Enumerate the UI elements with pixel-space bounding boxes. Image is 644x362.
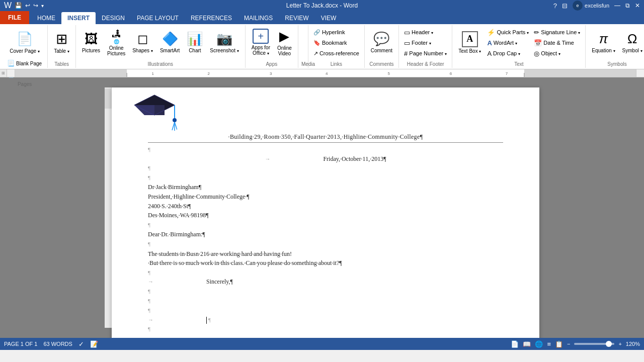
- quick-parts-button[interactable]: ⚡ Quick Parts ▾: [485, 27, 531, 37]
- ribbon-group-tables: ⊞ Table ▾ Tables: [48, 25, 76, 68]
- footer-button[interactable]: ▭ Footer ▾: [402, 38, 449, 48]
- zoom-slider[interactable]: [574, 343, 614, 345]
- tab-references[interactable]: REFERENCES: [185, 12, 238, 24]
- minimize-btn[interactable]: —: [614, 2, 620, 9]
- tab-arrow-3: →: [148, 317, 153, 323]
- outline-view-icon[interactable]: ≡: [547, 340, 551, 348]
- blank-page-button[interactable]: 📃 Blank Page: [5, 58, 44, 68]
- blank-line-7: ¶: [148, 287, 503, 296]
- text-group-label: Text: [455, 60, 582, 67]
- cross-reference-button[interactable]: ↗ Cross-reference: [311, 48, 361, 58]
- page-number-button[interactable]: # Page Number ▾: [402, 48, 449, 58]
- text-box-icon: A: [462, 31, 478, 47]
- username-label: excelisfun: [585, 3, 609, 9]
- document-area: 1 2 3 4: [0, 77, 644, 338]
- chart-button[interactable]: 📊 Chart: [184, 27, 206, 57]
- ribbon-group-media: Media: [298, 25, 308, 68]
- signature-line-button[interactable]: ✏ Signature Line ▾: [532, 27, 582, 37]
- recipient-title-line: President,·Highline·Community·College·¶: [148, 192, 503, 202]
- zoom-out-icon[interactable]: −: [567, 341, 570, 347]
- shapes-button[interactable]: ◻ Shapes ▾: [129, 27, 156, 57]
- ribbon-toggle-btn[interactable]: ⊟: [562, 2, 568, 10]
- close-btn[interactable]: ✕: [635, 2, 640, 9]
- wordart-button[interactable]: A WordArt ▾: [485, 38, 531, 48]
- pictures-button[interactable]: 🖼 Pictures: [79, 27, 103, 57]
- tab-mailings[interactable]: MAILINGS: [238, 12, 279, 24]
- svg-rect-12: [105, 88, 112, 328]
- tab-arrow-2: →: [148, 279, 153, 285]
- zoom-level-label[interactable]: 120%: [626, 341, 640, 347]
- status-left: PAGE 1 OF 1 63 WORDS ✓ 📝: [4, 340, 98, 348]
- cross-reference-icon: ↗: [313, 50, 318, 57]
- online-video-icon: ▶: [279, 29, 289, 44]
- header-button[interactable]: ▭ Header ▾: [402, 27, 449, 37]
- closing-text: Sincerely,¶: [206, 278, 233, 285]
- equation-button[interactable]: π Equation ▾: [589, 27, 618, 57]
- cover-page-button[interactable]: 📄 Cover Page ▾: [5, 27, 44, 57]
- comment-button[interactable]: 💬 Comment: [368, 27, 395, 57]
- signature-line-icon: ✏: [534, 29, 539, 36]
- symbol-button[interactable]: Ω Symbol ▾: [619, 27, 644, 57]
- ruler: ⊞ 1 2 3 4 5 6 7: [0, 69, 644, 77]
- recipient-title-text: President,·Highline·Community·College·¶: [148, 193, 250, 200]
- doc-with-side-ruler: 1 2 3 4: [105, 87, 539, 328]
- word-logo-icon: W: [4, 1, 12, 10]
- web-layout-icon[interactable]: 🌐: [535, 340, 543, 348]
- date-time-button[interactable]: 📅 Date & Time: [532, 38, 582, 48]
- vertical-ruler-marks: 1 2 3 4: [105, 88, 112, 328]
- tab-file[interactable]: FILE: [0, 11, 29, 24]
- page-count-label: PAGE 1 OF 1: [4, 341, 37, 347]
- page-number-icon: #: [404, 50, 408, 57]
- tab-home[interactable]: HOME: [31, 12, 61, 24]
- user-area: e excelisfun: [573, 1, 609, 11]
- object-button[interactable]: ◎ Object ▾: [532, 48, 582, 58]
- apps-for-office-button[interactable]: + Apps forOffice ▾: [249, 27, 273, 57]
- document-content: ·Building·29,·Room·350,·Fall·Quarter·201…: [148, 133, 503, 334]
- restore-btn[interactable]: ⧉: [625, 2, 630, 9]
- body-text: The·students·in·Busn·216·are·working·har…: [148, 250, 342, 266]
- recipient-name-text: Dr·Jack·Birmingham¶: [148, 184, 201, 191]
- tab-view[interactable]: VIEW: [315, 12, 343, 24]
- tab-review[interactable]: REVIEW: [279, 12, 314, 24]
- blank-line-9: ¶: [148, 306, 503, 315]
- table-button[interactable]: ⊞ Table ▾: [51, 27, 72, 57]
- bookmark-button[interactable]: 🔖 Bookmark: [311, 38, 361, 48]
- ribbon-group-comments: 💬 Comment Comments: [365, 25, 399, 68]
- read-mode-icon[interactable]: 📖: [523, 340, 531, 348]
- address1-line: 2400·S.·240th·St¶: [148, 202, 503, 211]
- online-pictures-button[interactable]: 🏞 🌐 OnlinePictures: [104, 27, 128, 57]
- pictures-icon: 🖼: [85, 31, 98, 47]
- comments-group-label: Comments: [368, 60, 395, 67]
- status-right: 📄 📖 🌐 ≡ 📋 − + 120%: [511, 340, 640, 348]
- ruler-corner: ⊞: [0, 69, 7, 77]
- track-changes-icon: 📝: [90, 340, 98, 348]
- print-layout-icon[interactable]: 📄: [511, 340, 519, 348]
- svg-text:3: 3: [270, 71, 272, 76]
- tab-design[interactable]: DESIGN: [96, 12, 131, 24]
- document-page[interactable]: ·Building·29,·Room·350,·Fall·Quarter·201…: [112, 87, 539, 338]
- address2-text: Des·Moines,·WA·98198¶: [148, 212, 209, 219]
- save-quick-btn[interactable]: 💾: [15, 2, 22, 9]
- svg-text:7: 7: [506, 71, 508, 76]
- object-icon: ◎: [534, 50, 539, 57]
- redo-quick-btn[interactable]: ↪: [33, 2, 38, 9]
- drop-cap-icon: A: [487, 50, 492, 57]
- tab-page-layout[interactable]: PAGE LAYOUT: [131, 12, 185, 24]
- comment-icon: 💬: [373, 31, 389, 47]
- drop-cap-button[interactable]: A Drop Cap ▾: [485, 48, 531, 58]
- screenshot-button[interactable]: 📷 Screenshot ▾: [207, 27, 242, 57]
- draft-view-icon[interactable]: 📋: [555, 340, 563, 348]
- smartart-button[interactable]: 🔷 SmartArt: [157, 27, 183, 57]
- online-video-button[interactable]: ▶ OnlineVideo: [274, 27, 295, 57]
- help-button[interactable]: ?: [553, 2, 557, 10]
- tab-insert[interactable]: INSERT: [61, 12, 96, 24]
- status-bar: PAGE 1 OF 1 63 WORDS ✓ 📝 📄 📖 🌐 ≡ 📋 − + 1…: [0, 338, 644, 350]
- zoom-in-icon[interactable]: +: [618, 341, 621, 347]
- undo-quick-btn[interactable]: ↩: [25, 2, 30, 9]
- hyperlink-button[interactable]: 🔗 Hyperlink: [311, 27, 361, 37]
- customize-quick-btn[interactable]: ▾: [41, 3, 44, 9]
- svg-text:1: 1: [151, 71, 154, 76]
- blank-line-6: ¶: [148, 268, 503, 278]
- quick-parts-icon: ⚡: [487, 29, 495, 36]
- text-box-button[interactable]: A Text Box ▾: [455, 27, 484, 57]
